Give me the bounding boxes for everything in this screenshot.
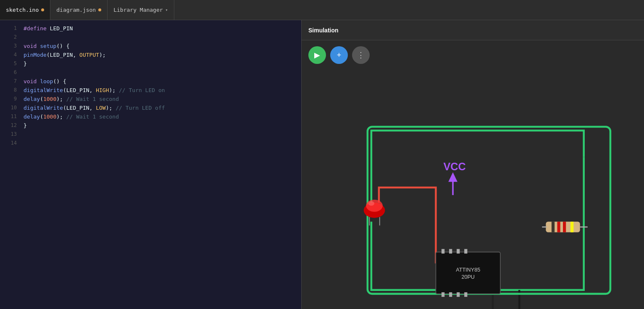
code-line: 6 [0, 69, 301, 77]
simulation-panel: Simulation ▶ + ⋮ [302, 20, 644, 309]
line-content: delay(1000); // Wait 1 second [24, 95, 298, 104]
chevron-down-icon: ▾ [166, 8, 168, 12]
line-content: delay(1000); // Wait 1 second [24, 113, 298, 121]
circuit-canvas: VCC [302, 70, 644, 309]
code-line: 4 pinMode(LED_PIN, OUTPUT); [0, 51, 301, 60]
resistor-band-4 [570, 222, 573, 232]
code-line: 13 [0, 130, 301, 139]
code-line: 7void loop() { [0, 77, 301, 86]
simulation-title: Simulation [308, 27, 339, 34]
line-content: void setup() { [24, 42, 298, 51]
code-line: 11 delay(1000); // Wait 1 second [0, 113, 301, 121]
code-line: 3void setup() { [0, 42, 301, 51]
tab-diagram-modified-dot [98, 8, 101, 11]
svg-point-1 [368, 201, 374, 206]
line-number: 10 [3, 104, 17, 113]
line-content: void loop() { [24, 77, 298, 86]
chip-label-line1: ATTINY85 [456, 267, 480, 273]
tab-sketch[interactable]: sketch.ino [0, 0, 50, 20]
line-number: 7 [3, 77, 17, 86]
line-number: 11 [3, 113, 17, 121]
code-line: 10 digitalWrite(LED_PIN, LOW); // Turn L… [0, 104, 301, 113]
line-content: } [24, 60, 298, 69]
main-content: 1#define LED_PIN23void setup() {4 pinMod… [0, 20, 644, 309]
tab-sketch-label: sketch.ino [6, 7, 39, 13]
vcc-label: VCC [444, 161, 466, 172]
line-content [24, 33, 298, 42]
svg-rect-7 [449, 292, 452, 297]
code-editor[interactable]: 1#define LED_PIN23void setup() {4 pinMod… [0, 20, 302, 309]
line-number: 6 [3, 69, 17, 77]
circuit-diagram: VCC [302, 70, 644, 309]
line-number: 14 [3, 139, 17, 148]
svg-rect-4 [457, 249, 460, 254]
line-content: #define LED_PIN [24, 24, 298, 33]
vcc-arrow-head [448, 172, 457, 182]
svg-point-0 [366, 200, 383, 212]
line-content [24, 139, 298, 148]
line-content: digitalWrite(LED_PIN, LOW); // Turn LED … [24, 104, 298, 113]
tab-library-label: Library Manager [113, 7, 163, 13]
chip-label-line2: 20PU [461, 274, 475, 280]
svg-rect-3 [449, 249, 452, 254]
tab-diagram-label: diagram.json [56, 7, 96, 13]
line-number: 3 [3, 42, 17, 51]
line-number: 12 [3, 121, 17, 130]
code-line: 14 [0, 139, 301, 148]
tab-library-manager[interactable]: Library Manager ▾ [108, 0, 174, 20]
line-content: digitalWrite(LED_PIN, HIGH); // Turn LED… [24, 86, 298, 95]
simulation-toolbar: ▶ + ⋮ [302, 40, 644, 70]
resistor-body [546, 222, 580, 232]
add-component-button[interactable]: + [330, 46, 348, 64]
tab-sketch-modified-dot [41, 8, 44, 11]
line-number: 8 [3, 86, 17, 95]
tab-diagram[interactable]: diagram.json [50, 0, 108, 20]
code-line: 8 digitalWrite(LED_PIN, HIGH); // Turn L… [0, 86, 301, 95]
svg-rect-9 [464, 292, 467, 297]
line-content: } [24, 121, 298, 130]
simulation-header: Simulation [302, 20, 644, 40]
svg-rect-6 [442, 292, 444, 297]
plus-icon: + [337, 51, 342, 60]
resistor-band-1 [552, 222, 555, 232]
code-line: 1#define LED_PIN [0, 24, 301, 33]
line-number: 9 [3, 95, 17, 104]
line-number: 1 [3, 24, 17, 33]
svg-rect-5 [464, 249, 467, 254]
line-number: 4 [3, 51, 17, 60]
resistor-band-3 [563, 222, 566, 232]
circuit-wire-red [379, 188, 436, 264]
more-options-button[interactable]: ⋮ [352, 46, 370, 64]
code-line: 2 [0, 33, 301, 42]
resistor-band-2 [557, 222, 560, 232]
code-line: 12} [0, 121, 301, 130]
line-content [24, 69, 298, 77]
line-content: pinMode(LED_PIN, OUTPUT); [24, 51, 298, 60]
line-number: 5 [3, 60, 17, 69]
ellipsis-icon: ⋮ [357, 50, 365, 60]
code-line: 9 delay(1000); // Wait 1 second [0, 95, 301, 104]
play-icon: ▶ [314, 50, 320, 60]
svg-rect-8 [457, 292, 460, 297]
line-number: 2 [3, 33, 17, 42]
play-button[interactable]: ▶ [308, 46, 326, 64]
code-line: 5} [0, 60, 301, 69]
line-number: 13 [3, 130, 17, 139]
svg-rect-2 [442, 249, 444, 254]
line-content [24, 130, 298, 139]
tab-bar: sketch.ino diagram.json Library Manager … [0, 0, 644, 20]
